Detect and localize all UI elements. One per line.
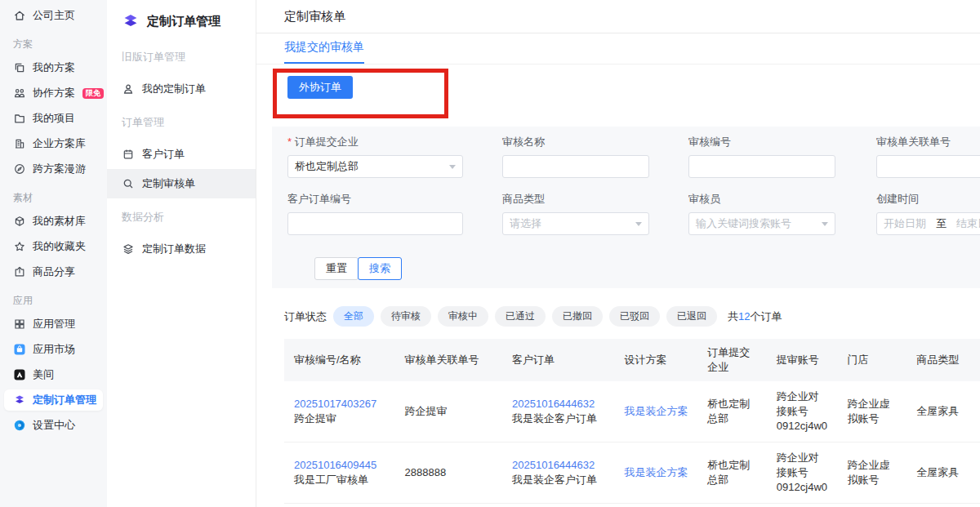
sidebar-item-label: 我的项目	[33, 111, 75, 126]
cell-review: 20251016409445 我是工厂审核单	[284, 455, 395, 491]
sidebar-item-label: 我的素材库	[33, 214, 86, 229]
sidebar-item-label: 我的收藏夹	[33, 239, 86, 254]
start-date-placeholder: 开始日期	[884, 216, 926, 231]
sidebar-item-favorites[interactable]: 我的收藏夹	[4, 236, 103, 257]
sidebar-item-label: 定制订单管理	[33, 393, 96, 407]
review-no-link[interactable]: 20251017403267	[294, 397, 387, 411]
meijian-icon	[13, 368, 26, 381]
sidebar-item-label: 公司主页	[33, 8, 75, 23]
review-no-link[interactable]: 20251016409445	[294, 458, 387, 473]
review-name-input[interactable]	[502, 155, 649, 178]
sidebar-item-settings-center[interactable]: 设置中心	[4, 415, 103, 436]
status-label: 订单状态	[284, 309, 327, 324]
reviewer-select[interactable]: 输入关键词搜索账号	[688, 212, 835, 235]
tabs-row: 我提交的审核单	[256, 33, 980, 64]
status-pill-all[interactable]: 全部	[333, 306, 374, 327]
nav-item-my-custom-orders[interactable]: 我的定制订单	[107, 74, 256, 104]
col-related-no: 审核单关联单号	[395, 349, 503, 371]
sidebar-item-label: 商品分享	[33, 265, 75, 279]
table-header: 审核编号/名称 审核单关联单号 客户订单 设计方案 订单提交企业 提审账号 门店…	[284, 339, 980, 381]
chevron-down-icon	[822, 222, 828, 226]
cell-design-plan: 我是装企方案	[615, 462, 698, 483]
status-pill-reviewing[interactable]: 审核中	[438, 306, 488, 327]
nav-group-legacy: 旧版订单管理	[107, 38, 256, 74]
submit-company-select[interactable]: 桥也定制总部	[287, 155, 463, 178]
customer-order-name: 我是装企客户订单	[512, 473, 606, 487]
share-icon	[13, 265, 26, 278]
status-pill-approved[interactable]: 已通过	[495, 306, 546, 327]
cube-icon	[13, 215, 26, 228]
sidebar-item-collab-plans[interactable]: 协作方案 限免	[4, 82, 103, 104]
sidebar-item-product-share[interactable]: 商品分享	[4, 261, 103, 282]
order-status-filter: 订单状态 全部 待审核 审核中 已通过 已撤回 已驳回 已退回 共12个订单	[284, 306, 782, 327]
review-no-input[interactable]	[688, 155, 835, 178]
status-pill-returned[interactable]: 已退回	[666, 306, 717, 327]
customer-order-link[interactable]: 20251016444632	[512, 397, 606, 411]
sidebar-item-enterprise-library[interactable]: 企业方案库	[4, 133, 103, 154]
module-sidebar: 定制订单管理 旧版订单管理 我的定制订单 订单管理 客户订单 定制审核单 数据分…	[107, 0, 256, 507]
customer-order-no-input[interactable]	[287, 212, 463, 235]
sidebar-item-label: 设置中心	[33, 418, 75, 433]
module-header: 定制订单管理	[107, 0, 256, 38]
created-time-range-picker[interactable]: 开始日期 至 结束日期	[876, 212, 980, 235]
cell-submit-company: 桥也定制总部	[697, 455, 767, 491]
home-icon	[13, 9, 26, 22]
filter-label-customer-order-no: 客户订单编号	[287, 192, 463, 207]
sidebar-item-label: 协作方案	[33, 86, 75, 100]
sidebar-item-my-plans[interactable]: 我的方案	[4, 57, 103, 78]
building-icon	[13, 137, 26, 150]
cell-customer-order: 20251016444632 我是装企客户订单	[502, 394, 614, 429]
col-review-no-name: 审核编号/名称	[284, 349, 395, 371]
cell-customer-order: 20251016444632 我是装企客户订单	[502, 455, 614, 491]
sidebar-item-label: 我的方案	[33, 60, 75, 75]
cell-related-no: 跨企提审	[395, 401, 503, 422]
order-total-count: 共12个订单	[728, 309, 782, 324]
nav-item-custom-order-data[interactable]: 定制订单数据	[107, 234, 256, 264]
clipboard-icon	[122, 148, 135, 161]
outsource-order-button[interactable]: 外协订单	[287, 76, 353, 99]
status-pill-rejected[interactable]: 已驳回	[609, 306, 660, 327]
nav-item-custom-review-orders[interactable]: 定制审核单	[107, 169, 256, 198]
sidebar-section-materials: 素材	[4, 184, 103, 211]
search-button[interactable]: 搜索	[358, 257, 402, 280]
settings-icon	[13, 419, 26, 432]
sidebar-item-custom-order-management[interactable]: 定制订单管理	[4, 389, 103, 411]
design-plan-link[interactable]: 我是装企方案	[625, 466, 688, 478]
sidebar-section-apps: 应用	[4, 287, 103, 314]
status-pill-pending[interactable]: 待审核	[381, 306, 431, 327]
chevron-down-icon	[635, 222, 642, 226]
end-date-placeholder: 结束日期	[956, 216, 980, 231]
related-no-input[interactable]	[876, 155, 980, 178]
filter-label-review-name: 审核名称	[502, 135, 649, 149]
sidebar-item-app-market[interactable]: 应用市场	[4, 339, 103, 360]
module-title: 定制订单管理	[147, 14, 220, 29]
cell-product-type: 全屋家具	[906, 401, 980, 422]
sidebar-item-meijian[interactable]: 美间	[4, 364, 103, 385]
status-pill-withdrawn[interactable]: 已撤回	[552, 306, 603, 327]
filter-label-related-no: 审核单关联单号	[876, 135, 980, 149]
filter-panel: 订单提交企业 桥也定制总部 审核名称 审核编号 审核单关联单号 客户订单编号 商…	[272, 127, 980, 288]
sidebar-item-label: 企业方案库	[33, 136, 86, 151]
nav-item-customer-orders[interactable]: 客户订单	[107, 140, 256, 169]
app-market-icon	[13, 343, 26, 356]
person-icon	[122, 82, 135, 96]
sidebar-item-cross-plan-roam[interactable]: 跨方案漫游	[4, 158, 103, 180]
tab-my-submitted-reviews[interactable]: 我提交的审核单	[284, 33, 364, 64]
review-name: 跨企提审	[294, 411, 387, 426]
cell-related-no: 2888888	[395, 462, 503, 483]
reset-button[interactable]: 重置	[314, 257, 359, 280]
product-type-select[interactable]: 请选择	[502, 212, 649, 235]
customer-order-link[interactable]: 20251016444632	[512, 458, 606, 473]
sidebar-item-my-projects[interactable]: 我的项目	[4, 108, 103, 129]
main-content: 定制审核单 我提交的审核单 外协订单 订单提交企业 桥也定制总部 审核名称 审核…	[256, 0, 980, 507]
sidebar-item-app-management[interactable]: 应用管理	[4, 314, 103, 335]
submit-company-value: 桥也定制总部	[295, 159, 359, 174]
free-badge: 限免	[82, 88, 104, 99]
sidebar-item-material-library[interactable]: 我的素材库	[4, 211, 103, 232]
col-customer-order: 客户订单	[502, 349, 614, 371]
design-plan-link[interactable]: 我是装企方案	[625, 405, 688, 417]
cell-product-type: 全屋家具	[906, 462, 980, 483]
product-type-placeholder: 请选择	[510, 216, 541, 231]
sidebar-item-company-home[interactable]: 公司主页	[4, 5, 103, 26]
filter-label-review-no: 审核编号	[688, 135, 835, 149]
